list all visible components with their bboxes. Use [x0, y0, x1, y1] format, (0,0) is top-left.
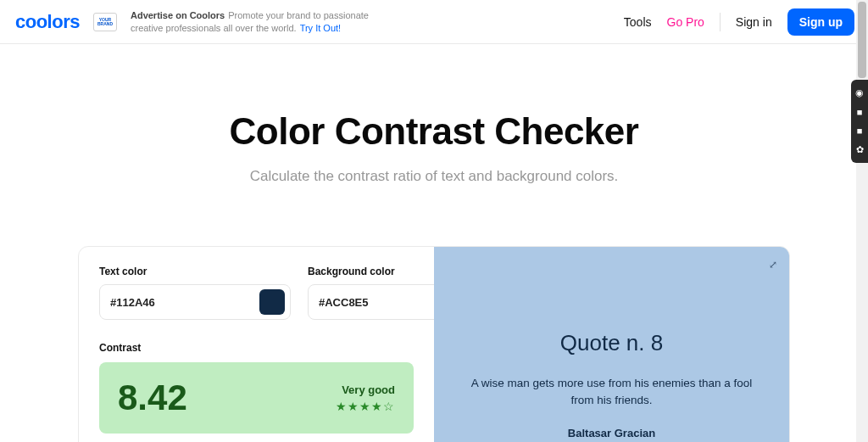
card-left: Text color Background color Contrast 8.4… — [79, 247, 434, 442]
quote-title: Quote n. 8 — [560, 330, 663, 356]
side-tool-2-icon[interactable]: ■ — [851, 121, 868, 140]
text-color-input-wrap[interactable] — [99, 284, 291, 320]
ad-line-1: Advertise on CoolorsPromote your brand t… — [131, 9, 369, 22]
side-tool-0-icon[interactable]: ◉ — [851, 83, 868, 103]
nav-sign-in[interactable]: Sign in — [736, 15, 772, 29]
quote-body: A wise man gets more use from his enemie… — [459, 375, 765, 410]
contrast-label: Contrast — [99, 342, 414, 354]
contrast-card: Text color Background color Contrast 8.4… — [78, 246, 790, 442]
hero: Color Contrast Checker Calculate the con… — [0, 110, 868, 185]
text-color-swatch[interactable] — [259, 289, 285, 315]
text-color-group: Text color — [99, 266, 291, 320]
logo[interactable]: coolors — [15, 11, 80, 33]
text-color-label: Text color — [99, 266, 291, 277]
nav-go-pro[interactable]: Go Pro — [667, 15, 704, 29]
expand-icon[interactable]: ⤢ — [769, 259, 777, 271]
rating-text: Very good — [336, 383, 395, 396]
contrast-score: 8.42 — [118, 378, 187, 418]
divider-icon — [720, 13, 721, 31]
scrollbar-thumb[interactable] — [858, 2, 866, 78]
sign-up-button[interactable]: Sign up — [787, 8, 854, 36]
quote-author: Baltasar Gracian — [568, 427, 655, 439]
rating-stars-icon: ★★★★☆ — [336, 400, 395, 413]
side-tool-1-icon[interactable]: ■ — [851, 103, 868, 121]
text-color-input[interactable] — [110, 296, 253, 309]
brand-box-icon[interactable]: YOUR BRAND — [93, 13, 117, 31]
score-box: 8.42 Very good ★★★★☆ — [99, 362, 414, 434]
ad-block: Advertise on CoolorsPromote your brand t… — [131, 9, 369, 35]
preview-panel: ⤢ Quote n. 8 A wise man gets more use fr… — [434, 247, 789, 442]
ad-strong: Advertise on Coolors — [131, 10, 225, 20]
nav: Tools Go Pro Sign in Sign up — [624, 8, 854, 36]
ad-try-link[interactable]: Try It Out! — [300, 23, 342, 33]
ad-line-2: creative professionals all over the worl… — [131, 22, 369, 35]
page-subtitle: Calculate the contrast ratio of text and… — [0, 168, 868, 185]
ad-rest: Promote your brand to passionate — [228, 10, 369, 20]
page-title: Color Contrast Checker — [0, 110, 868, 153]
side-tool-3-icon[interactable]: ✿ — [851, 140, 868, 159]
nav-tools[interactable]: Tools — [624, 15, 652, 29]
rating: Very good ★★★★☆ — [336, 383, 395, 413]
side-tools: ◉ ■ ■ ✿ — [851, 80, 868, 163]
header: coolors YOUR BRAND Advertise on CoolorsP… — [0, 0, 868, 44]
scrollbar-track[interactable] — [856, 0, 868, 442]
